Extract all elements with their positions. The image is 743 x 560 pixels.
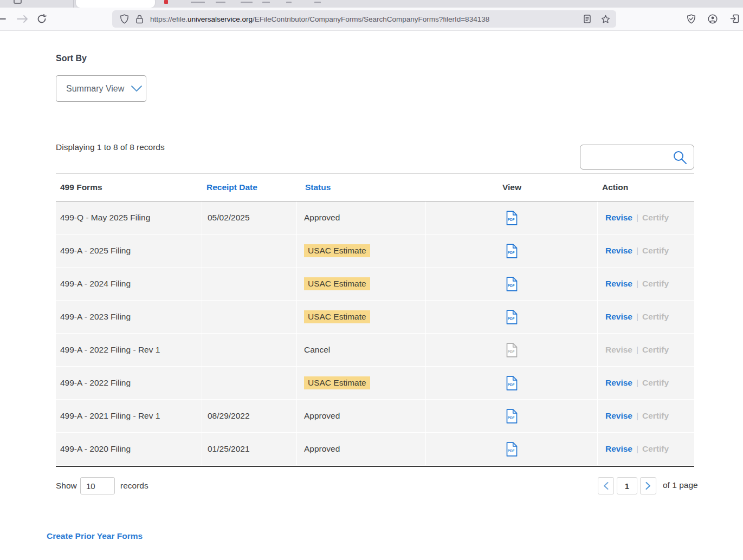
form-name: 499-A - 2022 Filing (56, 367, 202, 399)
column-header-status[interactable]: Status (297, 174, 426, 201)
reload-icon[interactable] (35, 12, 49, 26)
sidebar-icon[interactable] (727, 12, 741, 26)
pdf-icon[interactable]: PDF (506, 211, 518, 225)
certify-link[interactable]: Certify (642, 444, 669, 454)
page-number-input[interactable] (617, 477, 637, 494)
table-row: 499-A - 2025 Filing USAC Estimate PDF Re… (56, 235, 694, 267)
column-header-view: View (426, 174, 598, 201)
svg-text:PDF: PDF (507, 217, 514, 221)
status-badge: Approved (304, 411, 340, 421)
certify-link[interactable]: Certify (642, 411, 669, 421)
action-separator: | (636, 378, 638, 388)
receipt-date (202, 235, 297, 267)
receipt-date (202, 334, 297, 366)
search-icon[interactable] (673, 150, 687, 167)
pdf-icon[interactable]: PDF (506, 277, 518, 291)
view-select-value: Summary View (66, 84, 124, 94)
tab-strip (0, 0, 743, 8)
receipt-date: 01/25/2021 (202, 433, 297, 465)
revise-link[interactable]: Revise (605, 213, 632, 223)
svg-text:PDF: PDF (507, 316, 514, 320)
pdf-icon[interactable]: PDF (506, 376, 518, 390)
revise-link[interactable]: Revise (605, 246, 632, 256)
create-prior-year-forms-link[interactable]: Create Prior Year Forms (47, 531, 143, 541)
background-tab-text (241, 2, 253, 3)
status-badge: USAC Estimate (304, 376, 370, 389)
table-row: 499-A - 2024 Filing USAC Estimate PDF Re… (56, 268, 694, 300)
view-select-dropdown[interactable]: Summary View (56, 75, 146, 102)
next-page-button[interactable] (640, 477, 656, 494)
bookmark-star-icon[interactable] (598, 11, 613, 27)
table-row: 499-A - 2022 Filing - Rev 1 Cancel PDF R… (56, 334, 694, 366)
pdf-icon[interactable]: PDF (506, 343, 518, 357)
revise-link[interactable]: Revise (605, 411, 632, 421)
page-size-input[interactable] (80, 477, 115, 494)
form-name: 499-A - 2025 Filing (56, 235, 202, 267)
tab-favicon[interactable] (164, 0, 168, 4)
receipt-date (202, 301, 297, 333)
table-row: 499-A - 2021 Filing - Rev 1 08/29/2022 A… (56, 400, 694, 432)
certify-link[interactable]: Certify (642, 378, 669, 388)
show-label: Show (56, 481, 77, 491)
table-row: 499-A - 2020 Filing 01/25/2021 Approved … (56, 433, 694, 465)
status-badge: Cancel (304, 345, 330, 355)
browser-toolbar: https://efile.universalservice.org/EFile… (0, 8, 743, 31)
background-tab-text (314, 2, 321, 3)
form-name: 499-A - 2021 Filing - Rev 1 (56, 400, 202, 432)
table-header: 499 Forms Receipt Date Status View Actio… (56, 174, 694, 201)
background-tab-text (286, 2, 292, 3)
receipt-date (202, 367, 297, 399)
revise-link[interactable]: Revise (605, 345, 632, 355)
action-separator: | (636, 246, 638, 256)
action-separator: | (636, 411, 638, 421)
certify-link[interactable]: Certify (642, 279, 669, 289)
certify-link[interactable]: Certify (642, 312, 669, 322)
status-badge: USAC Estimate (304, 310, 370, 323)
receipt-date: 08/29/2022 (202, 400, 297, 432)
browser-window: https://efile.universalservice.org/EFile… (0, 0, 743, 560)
lock-icon[interactable] (132, 11, 147, 27)
privacy-shield-icon[interactable] (684, 12, 698, 26)
column-header-receipt-date[interactable]: Receipt Date (202, 174, 297, 201)
table-row: 499-A - 2023 Filing USAC Estimate PDF Re… (56, 301, 694, 333)
pdf-icon[interactable]: PDF (506, 409, 518, 424)
background-tab-text (191, 2, 205, 3)
previous-page-button[interactable] (598, 477, 614, 494)
column-header-action: Action (598, 174, 694, 201)
form-name: 499-A - 2023 Filing (56, 301, 202, 333)
revise-link[interactable]: Revise (605, 279, 632, 289)
reader-mode-icon[interactable] (579, 11, 595, 27)
certify-link[interactable]: Certify (642, 213, 669, 223)
forms-table: 499 Forms Receipt Date Status View Actio… (56, 173, 694, 467)
records-summary: Displaying 1 to 8 of 8 records (56, 142, 165, 152)
firefox-view-icon[interactable] (14, 0, 22, 4)
pdf-icon[interactable]: PDF (506, 244, 518, 258)
revise-link[interactable]: Revise (605, 378, 632, 388)
form-name: 499-Q - May 2025 Filing (56, 201, 202, 234)
pdf-icon[interactable]: PDF (506, 310, 518, 324)
back-icon[interactable] (0, 12, 8, 26)
account-icon[interactable] (706, 12, 720, 26)
pdf-icon[interactable]: PDF (506, 442, 518, 457)
svg-text:PDF: PDF (507, 382, 514, 386)
receipt-date (202, 268, 297, 300)
active-tab[interactable] (76, 0, 155, 8)
svg-text:PDF: PDF (507, 250, 514, 254)
search-input[interactable] (586, 147, 673, 167)
url-bar[interactable]: https://efile.universalservice.org/EFile… (112, 10, 616, 28)
certify-link[interactable]: Certify (642, 345, 669, 355)
revise-link[interactable]: Revise (605, 444, 632, 454)
svg-text:PDF: PDF (507, 415, 514, 419)
form-name: 499-A - 2024 Filing (56, 268, 202, 300)
background-tab-text (216, 2, 225, 3)
page-count-label: of 1 page (663, 480, 698, 490)
table-row: 499-A - 2022 Filing USAC Estimate PDF Re… (56, 367, 694, 399)
forward-icon[interactable] (15, 12, 29, 26)
certify-link[interactable]: Certify (642, 246, 669, 256)
table-row: 499-Q - May 2025 Filing 05/02/2025 Appro… (56, 201, 694, 234)
table-body: 499-Q - May 2025 Filing 05/02/2025 Appro… (56, 201, 694, 467)
shield-icon[interactable] (117, 11, 132, 27)
svg-text:PDF: PDF (507, 283, 514, 287)
table-search (580, 145, 694, 170)
revise-link[interactable]: Revise (605, 312, 632, 322)
